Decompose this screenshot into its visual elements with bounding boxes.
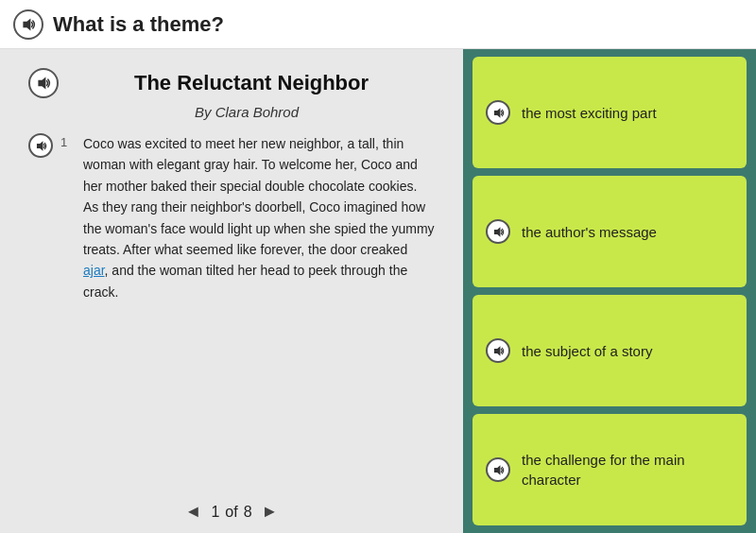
header-sound-button[interactable] [13, 9, 43, 40]
story-title-row: The Reluctant Neighbor [28, 68, 435, 98]
paragraph-text-after: , and the woman tilted her head to peek … [83, 263, 407, 299]
reading-area: The Reluctant Neighbor By Clara Bohrod 1 [0, 49, 463, 492]
total-pages: 8 [244, 504, 252, 521]
answer-option-4[interactable]: the challenge for the main character [472, 414, 747, 525]
answer-option-3[interactable]: the subject of a story [472, 295, 747, 406]
paragraph-sound-button[interactable] [28, 133, 53, 158]
paragraph-text-before: Coco was excited to meet her new neighbo… [83, 136, 435, 257]
svg-marker-5 [493, 346, 500, 355]
answer-text-3: the subject of a story [522, 341, 652, 361]
answer-text-1: the most exciting part [522, 103, 657, 123]
answer-text-4: the challenge for the main character [522, 450, 733, 490]
header: What is a theme? [0, 0, 756, 49]
title-sound-button[interactable] [28, 68, 59, 98]
svg-marker-6 [493, 465, 500, 474]
paragraph-text: Coco was excited to meet her new neighbo… [83, 133, 435, 302]
svg-marker-1 [38, 77, 45, 90]
svg-marker-3 [493, 108, 500, 117]
story-title: The Reluctant Neighbor [68, 71, 435, 95]
pagination: ◄ 1 of 8 ► [0, 492, 463, 533]
option3-sound-button[interactable] [486, 338, 510, 363]
story-author-row: By Clara Bohrod [28, 104, 435, 120]
option2-sound-button[interactable] [486, 219, 510, 244]
svg-marker-2 [36, 141, 43, 150]
option4-sound-button[interactable] [486, 457, 510, 482]
paragraph-container: 1 Coco was excited to meet her new neigh… [28, 133, 435, 302]
right-panel: the most exciting part the author's mess… [463, 49, 756, 533]
paragraph-number: 1 [60, 133, 76, 149]
left-panel: The Reluctant Neighbor By Clara Bohrod 1 [0, 49, 463, 533]
main-container: The Reluctant Neighbor By Clara Bohrod 1 [0, 49, 756, 533]
story-author: By Clara Bohrod [59, 104, 435, 120]
current-page: 1 [211, 504, 219, 521]
option1-sound-button[interactable] [486, 100, 510, 125]
page-title: What is a theme? [53, 12, 224, 37]
answer-option-1[interactable]: the most exciting part [472, 57, 747, 168]
answer-text-2: the author's message [522, 222, 657, 242]
answer-option-2[interactable]: the author's message [472, 176, 747, 287]
of-label: of [225, 504, 237, 521]
highlight-word: ajar [83, 263, 105, 278]
svg-marker-4 [493, 227, 500, 236]
svg-marker-0 [23, 18, 30, 30]
page-info: 1 of 8 [211, 504, 251, 521]
prev-page-button[interactable]: ◄ [185, 502, 202, 522]
next-page-button[interactable]: ► [262, 502, 279, 522]
